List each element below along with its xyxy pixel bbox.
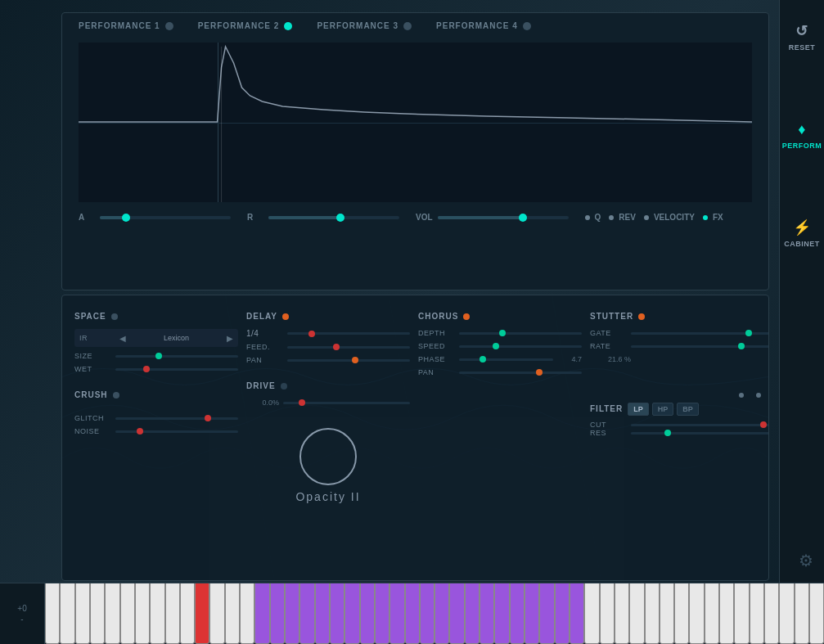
feed-slider[interactable] — [287, 346, 410, 349]
noise-slider[interactable] — [115, 430, 238, 433]
white-key[interactable] — [405, 583, 420, 644]
wet-slider[interactable] — [115, 368, 238, 371]
white-key[interactable] — [330, 583, 344, 644]
white-key[interactable] — [360, 583, 375, 644]
q-label[interactable]: Q — [595, 213, 601, 222]
white-key[interactable] — [120, 583, 135, 644]
delay-toggle[interactable] — [282, 313, 289, 320]
gate-slider[interactable] — [631, 332, 769, 335]
white-key[interactable] — [315, 583, 330, 644]
filter-hp-btn[interactable]: HP — [652, 403, 674, 416]
stutter-toggle[interactable] — [638, 313, 645, 320]
white-key[interactable] — [299, 583, 314, 644]
white-key[interactable] — [449, 583, 464, 644]
white-key[interactable] — [539, 583, 554, 644]
white-key[interactable] — [344, 583, 359, 644]
delay-pan-slider[interactable] — [287, 359, 410, 362]
white-key[interactable] — [584, 583, 599, 644]
white-key[interactable] — [750, 583, 764, 644]
white-key[interactable] — [285, 583, 299, 644]
white-key[interactable] — [734, 583, 749, 644]
white-key[interactable] — [389, 583, 404, 644]
white-key[interactable] — [525, 583, 539, 644]
white-key[interactable] — [674, 583, 689, 644]
fx-label[interactable]: FX — [713, 213, 723, 222]
space-toggle[interactable] — [111, 313, 118, 320]
release-slider[interactable] — [268, 216, 399, 219]
crush-toggle[interactable] — [113, 392, 119, 399]
white-key[interactable] — [494, 583, 509, 644]
white-key[interactable] — [270, 583, 285, 644]
white-key[interactable] — [135, 583, 150, 644]
speed-slider[interactable] — [459, 345, 582, 348]
perform-button[interactable]: ♦ PERFORM — [781, 106, 822, 164]
size-row: SIZE — [74, 352, 238, 360]
reset-button[interactable]: ↺ RESET — [781, 8, 822, 65]
white-key[interactable] — [779, 583, 794, 644]
perf-tab-1-dot — [165, 22, 173, 30]
white-key[interactable] — [105, 583, 119, 644]
piano-plus[interactable]: +0 — [17, 604, 26, 613]
cabinet-button[interactable]: ⚡ CABINET — [781, 205, 822, 262]
phase-slider[interactable] — [459, 358, 553, 361]
white-key[interactable] — [480, 583, 494, 644]
white-key[interactable] — [375, 583, 389, 644]
chorus-toggle[interactable] — [463, 313, 470, 320]
white-key[interactable] — [629, 583, 644, 644]
glitch-slider[interactable] — [115, 417, 238, 420]
white-key[interactable] — [719, 583, 734, 644]
volume-slider[interactable] — [438, 216, 569, 219]
white-key[interactable] — [660, 583, 674, 644]
res-slider[interactable] — [631, 432, 769, 435]
ir-next[interactable]: ▶ — [227, 334, 233, 343]
white-key[interactable] — [615, 583, 629, 644]
white-key[interactable] — [705, 583, 719, 644]
white-key[interactable] — [180, 583, 195, 644]
white-key[interactable] — [809, 583, 824, 644]
velocity-label[interactable]: VELOCITY — [654, 213, 695, 222]
white-key[interactable] — [45, 583, 60, 644]
perf-tab-2[interactable]: PERFORMANCE 2 — [198, 21, 293, 30]
white-key[interactable] — [150, 583, 164, 644]
white-key[interactable] — [600, 583, 615, 644]
chorus-pan-slider[interactable] — [459, 372, 582, 374]
white-key[interactable] — [555, 583, 570, 644]
filter-lp-btn[interactable]: LP — [628, 403, 649, 416]
perf-tab-1[interactable]: PERFORMANCE 1 — [79, 21, 173, 30]
rev-label[interactable]: REV — [619, 213, 636, 222]
white-key[interactable] — [209, 583, 224, 644]
white-key[interactable] — [764, 583, 779, 644]
white-key[interactable] — [689, 583, 704, 644]
rate-slider[interactable] — [631, 345, 769, 348]
delay-note-slider[interactable] — [287, 332, 410, 335]
white-key[interactable] — [254, 583, 269, 644]
drive-slider[interactable] — [283, 402, 410, 404]
attack-slider[interactable] — [100, 216, 231, 219]
white-key[interactable] — [75, 583, 90, 644]
white-key[interactable] — [165, 583, 180, 644]
perf-tab-3[interactable]: PERFORMANCE 3 — [317, 21, 412, 30]
white-key[interactable] — [570, 583, 584, 644]
perf-tab-3-dot — [403, 22, 412, 30]
cut-slider[interactable] — [631, 424, 769, 426]
size-slider[interactable] — [115, 355, 238, 358]
white-key[interactable] — [225, 583, 240, 644]
white-key[interactable] — [465, 583, 480, 644]
white-key[interactable] — [510, 583, 525, 644]
piano-minus[interactable]: - — [20, 615, 23, 624]
white-key[interactable] — [240, 583, 254, 644]
filter-bp-btn[interactable]: BP — [677, 403, 699, 416]
reset-icon: ↺ — [795, 22, 808, 40]
ir-prev[interactable]: ◀ — [119, 334, 126, 343]
depth-slider[interactable] — [459, 332, 582, 335]
white-key[interactable] — [420, 583, 435, 644]
perf-tab-4[interactable]: PERFORMANCE 4 — [436, 21, 531, 30]
white-key[interactable] — [645, 583, 660, 644]
drive-toggle[interactable] — [281, 383, 287, 390]
white-key[interactable] — [60, 583, 74, 644]
white-key[interactable] — [435, 583, 449, 644]
settings-button[interactable]: ⚙ — [791, 546, 820, 574]
white-key[interactable] — [795, 583, 809, 644]
white-key[interactable] — [90, 583, 105, 644]
white-key[interactable] — [195, 583, 209, 644]
